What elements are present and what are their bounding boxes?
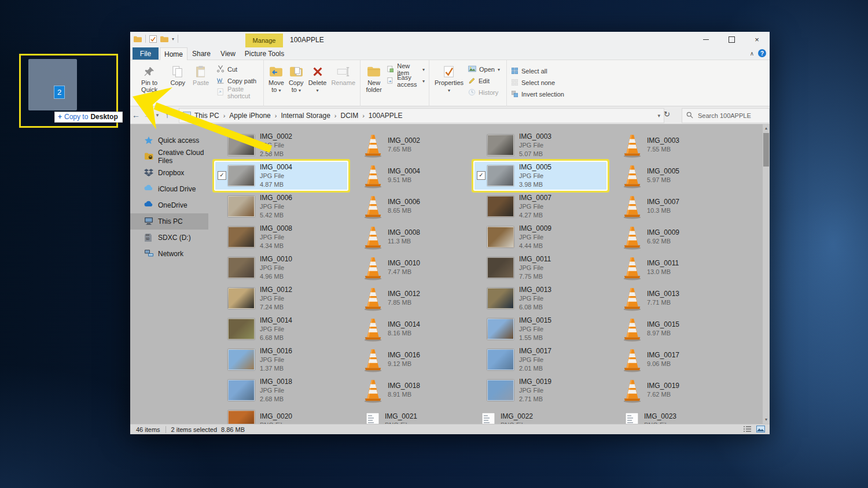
sidebar-item-this-pc[interactable]: This PC: [130, 213, 208, 230]
file-tile[interactable]: IMG_0017JPG File2.01 MB: [475, 346, 606, 374]
thumbnails-view-icon[interactable]: [756, 426, 765, 432]
back-button[interactable]: ←: [130, 110, 142, 120]
file-tile[interactable]: IMG_0003JPG File5.07 MB: [475, 131, 606, 159]
breadcrumb-dropdown-icon[interactable]: ▾: [657, 113, 660, 119]
file-tile[interactable]: IMG_00127.85 MB: [359, 284, 472, 312]
tab-home[interactable]: Home: [160, 47, 187, 60]
minimize-button[interactable]: [693, 32, 719, 47]
tab-picture-tools[interactable]: Picture Tools: [244, 47, 285, 60]
file-tile[interactable]: IMG_0009JPG File4.44 MB: [475, 223, 606, 251]
breadcrumb-item[interactable]: 100APPLE: [369, 112, 403, 120]
breadcrumb[interactable]: This PC›Apple iPhone›Internal Storage›DC…: [179, 108, 664, 123]
paste-shortcut-button[interactable]: Paste shortcut: [215, 87, 261, 98]
invert-selection-button[interactable]: Invert selection: [509, 89, 566, 99]
search-input[interactable]: [697, 112, 760, 120]
scrollbar-thumb[interactable]: [763, 133, 769, 167]
nav-history-caret-icon[interactable]: ▾: [153, 112, 161, 118]
move-to-button[interactable]: Move to ▾: [267, 62, 286, 96]
file-tile[interactable]: IMG_0016JPG File1.37 MB: [215, 346, 347, 374]
maximize-button[interactable]: [719, 32, 744, 47]
file-tile[interactable]: IMG_0023PNG File: [618, 407, 731, 424]
paste-button[interactable]: Paste: [190, 62, 212, 88]
file-tile[interactable]: IMG_0020PNG File: [215, 407, 347, 424]
delete-button[interactable]: Delete ▾: [307, 62, 329, 96]
open-button[interactable]: Open ▾: [466, 64, 502, 75]
rename-button[interactable]: Rename: [329, 62, 357, 88]
file-tile[interactable]: ✓IMG_0005JPG File3.98 MB: [475, 162, 606, 190]
file-tile[interactable]: IMG_00197.62 MB: [618, 376, 731, 404]
file-tile[interactable]: IMG_00179.06 MB: [618, 346, 731, 374]
file-tile[interactable]: IMG_00055.97 MB: [618, 162, 731, 190]
collapse-ribbon-icon[interactable]: ∧: [750, 50, 754, 57]
easy-access-button[interactable]: Easy access ▾: [385, 76, 426, 86]
folder-icon[interactable]: [134, 36, 142, 42]
properties-check-icon[interactable]: [149, 35, 157, 43]
scroll-down-icon[interactable]: ▾: [763, 416, 770, 424]
file-tile[interactable]: IMG_0002JPG File2.58 MB: [215, 131, 347, 159]
file-tile[interactable]: IMG_000710.3 MB: [618, 193, 731, 220]
file-tile[interactable]: IMG_00068.65 MB: [359, 193, 472, 220]
file-tile[interactable]: IMG_0015JPG File1.55 MB: [475, 315, 606, 343]
breadcrumb-item[interactable]: Internal Storage: [281, 112, 330, 120]
file-tile[interactable]: IMG_0019JPG File2.71 MB: [475, 376, 606, 404]
file-tile[interactable]: IMG_0008JPG File4.34 MB: [215, 223, 347, 251]
tab-share[interactable]: Share: [188, 47, 215, 60]
file-tile[interactable]: IMG_0021PNG File: [359, 407, 472, 424]
breadcrumb-item[interactable]: This PC: [194, 112, 219, 120]
sidebar-item-sdxc-d[interactable]: SDSDXC (D:): [130, 230, 208, 246]
edit-button[interactable]: Edit: [466, 76, 502, 86]
select-all-button[interactable]: Select all: [509, 66, 566, 76]
file-tile[interactable]: IMG_0007JPG File4.27 MB: [475, 193, 606, 220]
file-tile[interactable]: IMG_00027.65 MB: [359, 131, 472, 159]
file-tile[interactable]: IMG_001113.0 MB: [618, 254, 731, 282]
new-item-button[interactable]: New item ▾: [385, 64, 426, 75]
file-tile[interactable]: ✓IMG_0004JPG File4.87 MB: [215, 162, 347, 190]
refresh-icon[interactable]: ↻: [664, 110, 670, 119]
file-tile[interactable]: IMG_00107.47 MB: [359, 254, 472, 282]
file-tile[interactable]: IMG_00158.97 MB: [618, 315, 731, 343]
copy-to-button[interactable]: Copy to ▾: [287, 62, 306, 96]
breadcrumb-item[interactable]: DCIM: [340, 112, 358, 120]
pin-to-quick-access-button[interactable]: Pin to Quick access: [133, 62, 165, 102]
sidebar-item-network[interactable]: Network: [130, 246, 208, 262]
file-tile[interactable]: IMG_00037.55 MB: [618, 131, 731, 159]
file-tile[interactable]: IMG_0010JPG File4.96 MB: [215, 254, 347, 282]
sidebar-item-quick-access[interactable]: Quick access: [130, 132, 208, 149]
tab-view[interactable]: View: [215, 47, 241, 60]
copy-path-button[interactable]: Copy path: [215, 76, 261, 86]
breadcrumb-item[interactable]: Apple iPhone: [229, 112, 270, 120]
folder-icon[interactable]: [160, 36, 168, 42]
search-box[interactable]: [682, 108, 770, 123]
file-tile[interactable]: IMG_0018JPG File2.68 MB: [215, 376, 347, 404]
sidebar-item-icloud-drive[interactable]: iCloud Drive: [130, 181, 208, 197]
file-tile[interactable]: IMG_00148.16 MB: [359, 315, 472, 343]
file-tile[interactable]: IMG_0014JPG File6.68 MB: [215, 315, 347, 343]
up-button[interactable]: ↑: [161, 110, 173, 120]
new-folder-button[interactable]: New folder: [363, 62, 384, 95]
file-tile[interactable]: IMG_00096.92 MB: [618, 223, 731, 251]
copy-button[interactable]: Copy: [167, 62, 189, 88]
file-tile[interactable]: IMG_0013JPG File6.08 MB: [475, 284, 606, 312]
file-tile[interactable]: IMG_00137.71 MB: [618, 284, 731, 312]
sidebar-item-onedrive[interactable]: OneDrive: [130, 197, 208, 213]
item-checkbox[interactable]: ✓: [477, 171, 486, 180]
file-tile[interactable]: IMG_0011JPG File7.75 MB: [475, 254, 606, 282]
close-button[interactable]: ×: [744, 32, 770, 47]
file-tile[interactable]: IMG_00169.12 MB: [359, 346, 472, 374]
file-tile[interactable]: IMG_0006JPG File5.42 MB: [215, 193, 347, 220]
file-tile[interactable]: IMG_00188.91 MB: [359, 376, 472, 404]
scroll-up-icon[interactable]: ▴: [763, 124, 770, 132]
history-button[interactable]: History: [466, 87, 502, 98]
forward-button[interactable]: →: [142, 110, 153, 120]
tab-file[interactable]: File: [133, 47, 159, 60]
contextual-tab-group-manage[interactable]: Manage: [245, 34, 283, 47]
file-tile[interactable]: IMG_000811.3 MB: [359, 223, 472, 251]
vertical-scrollbar[interactable]: ▴ ▾: [763, 124, 770, 424]
sidebar-item-dropbox[interactable]: Dropbox: [130, 165, 208, 181]
sidebar-item-creative-cloud-files[interactable]: Creative Cloud Files: [130, 149, 208, 165]
cut-button[interactable]: Cut: [215, 64, 261, 75]
item-checkbox[interactable]: ✓: [218, 171, 226, 180]
details-view-icon[interactable]: [743, 426, 752, 432]
qat-dropdown-caret-icon[interactable]: ▾: [172, 36, 174, 42]
file-tile[interactable]: IMG_00049.51 MB: [359, 162, 472, 190]
